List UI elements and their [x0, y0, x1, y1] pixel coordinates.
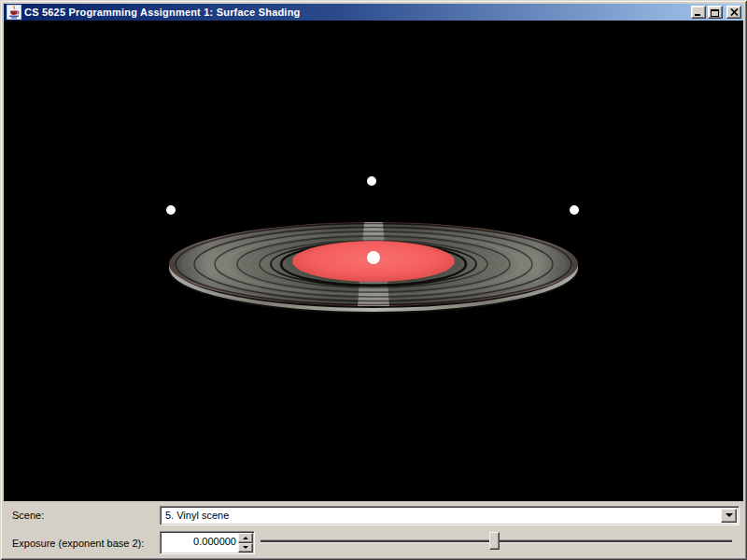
control-panel: Scene: 5. Vinyl scene Exposure (exponent…: [4, 501, 743, 556]
exposure-slider[interactable]: [259, 531, 734, 554]
triangle-down-icon: [243, 546, 248, 549]
chevron-down-icon: [726, 513, 733, 517]
maximize-button[interactable]: [708, 6, 723, 19]
point-lights: [166, 176, 579, 215]
point-light: [367, 176, 376, 186]
window-controls: [689, 6, 741, 19]
close-button[interactable]: [726, 6, 741, 19]
scene-label: Scene:: [4, 510, 160, 521]
scene-combobox-value: 5. Vinyl scene: [161, 510, 229, 521]
scene-combobox-dropdown-button[interactable]: [721, 509, 737, 523]
triangle-up-icon: [243, 537, 248, 539]
minimize-icon: [694, 8, 703, 17]
exposure-spinner: 0.000000: [160, 531, 255, 554]
maximize-icon: [711, 8, 720, 17]
spinner-up-button[interactable]: [238, 533, 253, 543]
exposure-row: Exposure (exponent base 2): 0.000000: [4, 531, 740, 554]
point-light: [570, 205, 579, 215]
minimize-button[interactable]: [691, 6, 706, 19]
exposure-label: Exposure (exponent base 2):: [4, 538, 160, 549]
java-coffee-cup-icon[interactable]: [7, 5, 21, 20]
exposure-value-field[interactable]: 0.000000: [161, 532, 238, 553]
point-light: [166, 205, 176, 215]
close-icon: [730, 8, 739, 16]
center-light: [367, 251, 380, 264]
titlebar[interactable]: CS 5625 Programming Assignment 1: Surfac…: [4, 4, 743, 21]
spinner-down-button[interactable]: [238, 543, 253, 553]
render-canvas: [4, 21, 743, 501]
scene-combobox[interactable]: 5. Vinyl scene: [160, 506, 740, 525]
app-window: CS 5625 Programming Assignment 1: Surfac…: [0, 0, 747, 560]
exposure-slider-thumb[interactable]: [489, 532, 500, 550]
scene-row: Scene: 5. Vinyl scene: [4, 505, 740, 525]
render-viewport[interactable]: [4, 21, 743, 501]
exposure-spinner-buttons: [238, 533, 253, 553]
vinyl-record: [168, 222, 579, 314]
window-title: CS 5625 Programming Assignment 1: Surfac…: [24, 7, 689, 18]
